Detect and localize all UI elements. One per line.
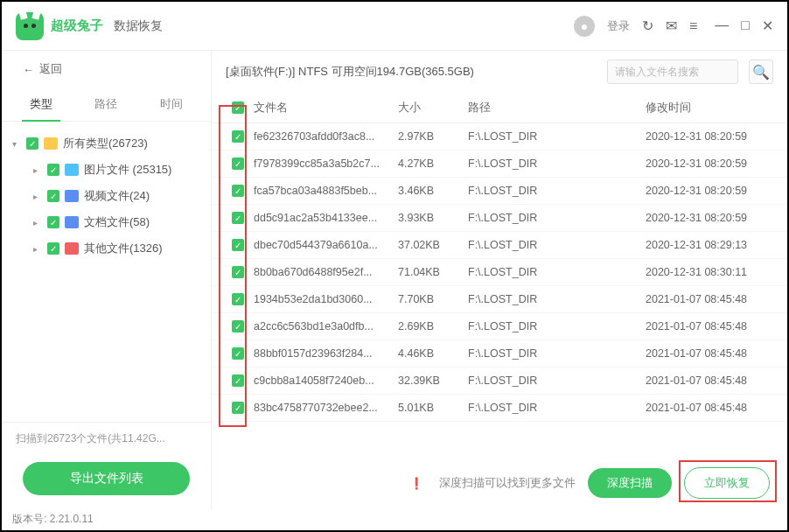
cell-size: 4.27KB <box>398 158 468 170</box>
table-row[interactable]: ✓fe62326703afdd0f3ac8...2.97KBF:\.LOST_D… <box>212 123 787 150</box>
table-row[interactable]: ✓f7978399cc85a3a5b2c7...4.27KBF:\.LOST_D… <box>212 150 787 178</box>
tree-item[interactable]: ▸✓图片文件 (25315) <box>2 157 211 183</box>
checkbox[interactable]: ✓ <box>26 137 38 150</box>
avatar-icon[interactable]: ● <box>574 16 595 37</box>
table-row[interactable]: ✓dbec70d544379a6610a...37.02KBF:\.LOST_D… <box>212 232 787 259</box>
cell-path: F:\.LOST_DIR <box>468 212 646 224</box>
maximize-button[interactable]: □ <box>741 18 750 34</box>
cell-filename: 83bc4758770732ebee2... <box>254 402 398 414</box>
cell-filename: 88bbf0157d23963f284... <box>254 347 398 360</box>
app-subtitle: 数据恢复 <box>114 18 163 34</box>
table-row[interactable]: ✓fca57bca03a4883f5beb...3.46KBF:\.LOST_D… <box>212 178 787 205</box>
app-logo: 超级兔子 数据恢复 <box>16 12 163 40</box>
deep-scan-button[interactable]: 深度扫描 <box>588 468 672 498</box>
row-checkbox[interactable]: ✓ <box>232 320 244 332</box>
tree-item[interactable]: ▸✓文档文件(58) <box>2 209 211 235</box>
arrow-left-icon: ← <box>23 63 34 76</box>
table-row[interactable]: ✓8b0ba670d6488f95e2f...71.04KBF:\.LOST_D… <box>212 259 787 286</box>
folder-icon <box>44 137 58 150</box>
checkbox[interactable]: ✓ <box>47 164 59 176</box>
close-button[interactable]: ✕ <box>762 18 773 34</box>
cell-time: 2020-12-31 08:20:59 <box>646 130 777 143</box>
row-checkbox[interactable]: ✓ <box>232 374 244 387</box>
checkbox[interactable]: ✓ <box>47 216 59 228</box>
row-checkbox[interactable]: ✓ <box>232 266 244 278</box>
cell-time: 2020-12-31 08:29:13 <box>646 239 777 251</box>
cell-time: 2021-01-07 08:45:48 <box>646 402 777 414</box>
search-input[interactable]: 请输入文件名搜索 <box>607 60 738 84</box>
row-checkbox[interactable]: ✓ <box>232 212 244 224</box>
folder-icon <box>65 190 79 202</box>
search-button[interactable]: 🔍 <box>749 60 773 84</box>
tree-item[interactable]: ▸✓视频文件(24) <box>2 183 211 209</box>
row-checkbox[interactable]: ✓ <box>232 293 244 305</box>
col-filename[interactable]: 文件名 <box>254 100 398 116</box>
cell-time: 2021-01-07 08:45:48 <box>646 293 777 305</box>
col-path[interactable]: 路径 <box>468 100 646 116</box>
cell-time: 2021-01-07 08:45:48 <box>646 374 777 387</box>
row-checkbox[interactable]: ✓ <box>232 347 244 360</box>
cell-filename: c9cbb8a14058f7240eb... <box>254 374 398 387</box>
cell-time: 2021-01-07 08:45:48 <box>646 320 777 332</box>
cell-time: 2020-12-31 08:20:59 <box>646 212 777 224</box>
cell-size: 2.69KB <box>398 320 468 332</box>
table-row[interactable]: ✓83bc4758770732ebee2...5.01KBF:\.LOST_DI… <box>212 395 787 422</box>
cell-filename: fe62326703afdd0f3ac8... <box>254 130 398 143</box>
cell-filename: 1934b53e2da1bd3060... <box>254 293 398 305</box>
tree-item[interactable]: ▸✓其他文件(1326) <box>2 235 211 262</box>
cell-filename: dd5c91ac2a53b4133ee... <box>254 212 398 224</box>
table-row[interactable]: ✓1934b53e2da1bd3060...7.70KBF:\.LOST_DIR… <box>212 286 787 313</box>
deep-scan-hint: 深度扫描可以找到更多文件 <box>439 475 576 491</box>
info-icon: ❗ <box>409 477 423 490</box>
app-title: 超级兔子 <box>51 18 103 34</box>
cell-size: 4.46KB <box>398 347 468 360</box>
row-checkbox[interactable]: ✓ <box>232 239 244 251</box>
tree-item-label: 图片文件 (25315) <box>84 162 171 178</box>
refresh-icon[interactable]: ↻ <box>642 18 653 34</box>
col-size[interactable]: 大小 <box>398 100 468 116</box>
recover-button[interactable]: 立即恢复 <box>684 467 770 499</box>
login-button[interactable]: 登录 <box>607 18 630 34</box>
cell-path: F:\.LOST_DIR <box>468 185 646 197</box>
caret-icon: ▸ <box>33 192 42 201</box>
checkbox[interactable]: ✓ <box>47 190 59 202</box>
col-time[interactable]: 修改时间 <box>646 100 777 116</box>
cell-path: F:\.LOST_DIR <box>468 374 646 387</box>
row-checkbox[interactable]: ✓ <box>232 158 244 170</box>
tab-type[interactable]: 类型 <box>9 88 73 121</box>
sidebar: ← 返回 类型 路径 时间 ▾✓所有类型(26723)▸✓图片文件 (25315… <box>2 51 212 509</box>
back-button[interactable]: ← 返回 <box>2 51 211 88</box>
cell-size: 37.02KB <box>398 239 468 251</box>
table-row[interactable]: ✓dd5c91ac2a53b4133ee...3.93KBF:\.LOST_DI… <box>212 205 787 232</box>
rabbit-icon <box>16 12 44 40</box>
table-row[interactable]: ✓88bbf0157d23963f284...4.46KBF:\.LOST_DI… <box>212 340 787 368</box>
select-all-checkbox[interactable]: ✓ <box>232 102 244 114</box>
caret-icon: ▾ <box>12 139 21 149</box>
checkbox[interactable]: ✓ <box>47 242 59 255</box>
export-list-button[interactable]: 导出文件列表 <box>23 462 190 495</box>
cell-path: F:\.LOST_DIR <box>468 266 646 278</box>
menu-icon[interactable]: ≡ <box>689 18 697 34</box>
row-checkbox[interactable]: ✓ <box>232 130 244 143</box>
tab-path[interactable]: 路径 <box>73 88 138 121</box>
file-type-tree: ▾✓所有类型(26723)▸✓图片文件 (25315)▸✓视频文件(24)▸✓文… <box>2 122 211 422</box>
tree-item[interactable]: ▾✓所有类型(26723) <box>2 130 211 157</box>
table-row[interactable]: ✓a2cc6c563bd1e3a0dfb...2.69KBF:\.LOST_DI… <box>212 313 787 340</box>
row-checkbox[interactable]: ✓ <box>232 402 244 414</box>
minimize-button[interactable]: — <box>715 18 729 34</box>
table-row[interactable]: ✓c9cbb8a14058f7240eb...32.39KBF:\.LOST_D… <box>212 368 787 395</box>
cell-path: F:\.LOST_DIR <box>468 347 646 360</box>
tree-item-label: 所有类型(26723) <box>63 136 148 151</box>
cell-filename: a2cc6c563bd1e3a0dfb... <box>254 320 398 332</box>
cell-size: 71.04KB <box>398 266 468 278</box>
tab-time[interactable]: 时间 <box>139 88 204 121</box>
feedback-icon[interactable]: ✉ <box>666 18 677 34</box>
row-checkbox[interactable]: ✓ <box>232 185 244 197</box>
scan-info: 扫描到26723个文件(共11.42G... <box>2 422 211 455</box>
cell-path: F:\.LOST_DIR <box>468 130 646 143</box>
sidebar-tabs: 类型 路径 时间 <box>2 88 211 122</box>
cell-time: 2020-12-31 08:30:11 <box>646 266 777 278</box>
version-label: 版本号: 2.21.0.11 <box>12 512 94 527</box>
cell-size: 32.39KB <box>398 374 468 387</box>
cell-size: 3.46KB <box>398 185 468 197</box>
